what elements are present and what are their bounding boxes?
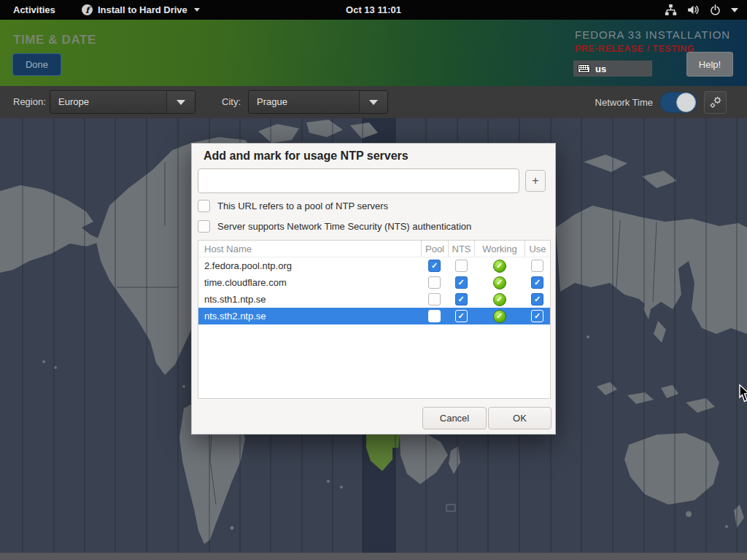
- use-checkbox[interactable]: ✓: [531, 310, 543, 322]
- table-header: Host Name Pool NTS Working Use: [198, 241, 550, 257]
- nts-checkbox[interactable]: ✓: [455, 276, 468, 289]
- chevron-down-icon: [166, 91, 195, 113]
- gnome-top-bar: Activities Oct 13 11:01 f Install to Har…: [0, 0, 747, 20]
- host-name-cell: nts.sth2.ntp.se: [198, 308, 421, 324]
- pool-cell: ✓: [421, 257, 448, 274]
- pool-option: This URL refers to a pool of NTP servers: [198, 200, 388, 212]
- chevron-down-icon: [194, 8, 200, 12]
- nts-cell: ✓: [448, 274, 474, 291]
- fedora-logo-icon: f: [82, 4, 93, 15]
- working-status-icon: ✓: [493, 293, 506, 306]
- add-server-button[interactable]: +: [525, 170, 546, 192]
- prerelease-badge: PRE-RELEASE / TESTING: [575, 44, 694, 54]
- region-dropdown[interactable]: Europe: [50, 90, 196, 114]
- use-cell: [525, 257, 550, 274]
- pool-checkbox[interactable]: [428, 310, 441, 322]
- dialog-title: Add and mark for usage NTP servers: [204, 149, 409, 163]
- nts-support-checkbox[interactable]: [198, 220, 210, 233]
- use-cell: ✓: [525, 291, 550, 308]
- toggle-knob: [676, 93, 696, 112]
- app-menu-button[interactable]: f Install to Hard Drive: [82, 0, 200, 20]
- pool-option-label: This URL refers to a pool of NTP servers: [217, 201, 388, 211]
- help-button[interactable]: Help!: [686, 52, 733, 77]
- ntp-table-body: 2.fedora.pool.ntp.org✓✓time.cloudflare.c…: [198, 257, 550, 324]
- nts-checkbox[interactable]: ✓: [455, 310, 468, 322]
- city-label: City:: [222, 86, 241, 118]
- ntp-servers-dialog: Add and mark for usage NTP servers + Thi…: [191, 143, 556, 435]
- region-label: Region:: [13, 86, 46, 118]
- product-title: FEDORA 33 INSTALLATION: [575, 28, 730, 41]
- pool-cell: [421, 291, 448, 308]
- use-cell: ✓: [525, 274, 550, 291]
- table-row[interactable]: nts.sth1.ntp.se✓✓✓: [198, 291, 550, 308]
- cancel-button[interactable]: Cancel: [422, 407, 487, 429]
- ok-button[interactable]: OK: [488, 407, 551, 429]
- host-name-cell: time.cloudflare.com: [198, 274, 421, 291]
- working-cell: ✓: [474, 274, 525, 291]
- timezone-toolbar: Region: Europe City: Prague Network Time: [0, 86, 747, 118]
- screen: Activities Oct 13 11:01 f Install to Har…: [0, 0, 747, 560]
- nts-cell: [448, 257, 474, 274]
- working-status-icon: ✓: [493, 260, 506, 273]
- pool-checkbox[interactable]: [428, 293, 441, 306]
- table-row[interactable]: nts.sth2.ntp.se✓✓✓: [198, 308, 550, 324]
- installer-header: TIME & DATE FEDORA 33 INSTALLATION PRE-R…: [0, 20, 747, 86]
- nts-option-label: Server supports Network Time Security (N…: [217, 221, 471, 232]
- pool-checkbox[interactable]: ✓: [428, 260, 441, 272]
- use-cell: ✓: [525, 308, 550, 324]
- use-checkbox[interactable]: ✓: [531, 293, 543, 306]
- header-nts: NTS: [448, 241, 474, 257]
- mouse-cursor: [739, 384, 747, 403]
- pool-url-checkbox[interactable]: [198, 200, 210, 212]
- pool-checkbox[interactable]: [428, 276, 441, 289]
- server-url-input[interactable]: [198, 168, 519, 193]
- gear-icon: [708, 95, 723, 109]
- keyboard-layout-label: us: [595, 63, 606, 74]
- table-row[interactable]: 2.fedora.pool.ntp.org✓✓: [198, 257, 550, 274]
- ntp-settings-button[interactable]: [704, 91, 727, 114]
- chevron-down-icon: [359, 91, 387, 113]
- city-dropdown[interactable]: Prague: [248, 90, 388, 114]
- wired-network-icon[interactable]: [665, 4, 677, 16]
- nts-checkbox[interactable]: ✓: [455, 293, 468, 306]
- region-value: Europe: [50, 91, 166, 113]
- working-cell: ✓: [474, 291, 525, 308]
- pool-cell: [421, 308, 448, 324]
- network-time-label: Network Time: [595, 97, 653, 108]
- working-cell: ✓: [474, 257, 525, 274]
- pool-cell: [421, 274, 448, 291]
- nts-cell: ✓: [448, 308, 474, 324]
- working-cell: ✓: [474, 308, 525, 324]
- working-status-icon: ✓: [493, 310, 506, 323]
- use-checkbox[interactable]: [531, 260, 543, 272]
- nts-option: Server supports Network Time Security (N…: [198, 220, 471, 233]
- nts-cell: ✓: [448, 291, 474, 308]
- use-checkbox[interactable]: ✓: [531, 276, 543, 289]
- volume-icon[interactable]: [686, 4, 700, 16]
- header-use: Use: [525, 241, 550, 257]
- city-value: Prague: [249, 91, 359, 113]
- header-host-name: Host Name: [198, 241, 421, 257]
- working-status-icon: ✓: [493, 276, 506, 289]
- done-button[interactable]: Done: [12, 53, 61, 76]
- table-row[interactable]: time.cloudflare.com✓✓✓: [198, 274, 550, 291]
- network-time-toggle[interactable]: [659, 92, 697, 113]
- keyboard-layout-icon: [578, 64, 590, 73]
- app-menu-label: Install to Hard Drive: [98, 4, 187, 15]
- chevron-down-icon[interactable]: [731, 8, 738, 12]
- header-pool: Pool: [421, 241, 448, 257]
- host-name-cell: 2.fedora.pool.ntp.org: [198, 257, 421, 274]
- header-working: Working: [474, 241, 525, 257]
- host-name-cell: nts.sth1.ntp.se: [198, 291, 421, 308]
- nts-checkbox[interactable]: [455, 260, 468, 272]
- power-icon[interactable]: [709, 4, 721, 16]
- ntp-server-table: Host Name Pool NTS Working Use 2.fedora.…: [198, 240, 551, 399]
- page-title: TIME & DATE: [13, 33, 96, 47]
- keyboard-layout-button[interactable]: us: [573, 61, 652, 77]
- map-bottom-strip: [0, 553, 747, 560]
